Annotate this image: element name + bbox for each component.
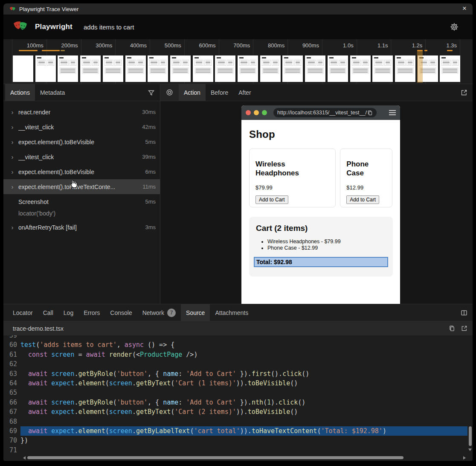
target-bullseye-icon	[166, 89, 173, 96]
film-thumbnail[interactable]	[170, 55, 191, 82]
thumb-shop-title	[217, 57, 221, 58]
tab-attachments[interactable]: Attachments	[210, 304, 253, 321]
action-duration: 5ms	[145, 139, 156, 145]
thumb-shop-title	[239, 57, 244, 58]
action-row[interactable]: ›__vitest_click39ms	[3, 149, 160, 164]
scroll-right-icon[interactable]	[463, 456, 466, 460]
horizontal-scroll-thumb[interactable]	[27, 456, 403, 459]
tab-console[interactable]: Console	[105, 304, 137, 321]
action-label: react.render	[18, 109, 50, 116]
film-thumbnail[interactable]	[328, 55, 348, 82]
scroll-down-icon[interactable]	[468, 449, 472, 451]
film-thumbnail[interactable]	[13, 55, 33, 82]
thumb-shop-title	[104, 57, 109, 58]
snapshot-browser-window: http://localhost:63315/__vitest_test__/?…	[241, 105, 400, 304]
film-thumbnail[interactable]	[125, 55, 146, 82]
code-text	[20, 446, 467, 455]
film-thumbnail[interactable]	[80, 55, 101, 82]
vertical-scrollbar[interactable]	[467, 335, 473, 455]
film-thumbnail[interactable]	[35, 55, 56, 82]
action-label: onAfterRetryTask [fail]	[18, 224, 77, 231]
line-number: 60	[3, 340, 20, 350]
tab-call[interactable]: Call	[38, 304, 58, 321]
tab-before[interactable]: Before	[206, 84, 233, 101]
film-thumbnail[interactable]	[305, 55, 325, 82]
timeline-tick-label: 800ms	[253, 42, 287, 49]
code-text	[20, 335, 467, 340]
settings-gear-icon[interactable]	[450, 22, 459, 32]
chevron-right-icon: ›	[9, 138, 15, 146]
action-duration: 11ms	[142, 183, 156, 190]
film-thumbnail[interactable]	[350, 55, 371, 82]
tab-metadata[interactable]: Metadata	[35, 84, 70, 101]
film-thumbnail[interactable]	[372, 55, 393, 82]
product-name: Wireless Headphones	[255, 160, 329, 178]
split-view-icon[interactable]	[461, 309, 467, 316]
copy-file-path-icon[interactable]	[449, 325, 455, 332]
timeline[interactable]: 100ms200ms300ms400ms500ms600ms700ms800ms…	[3, 39, 473, 84]
open-source-external-icon[interactable]	[461, 325, 467, 332]
tab-network[interactable]: Network7	[137, 304, 181, 321]
action-row[interactable]: ›expect.element().toBeVisible5ms	[3, 134, 160, 149]
scroll-left-icon[interactable]	[23, 456, 26, 460]
close-icon[interactable]: ×	[462, 3, 467, 15]
product-price: $79.99	[255, 184, 329, 191]
action-row[interactable]: ›expect.element().toHaveTextConte...11ms	[3, 179, 160, 194]
snapshot-panel: ActionBeforeAfter http://localhost:63315…	[160, 84, 473, 304]
action-row[interactable]: Screenshot5ms	[3, 194, 160, 209]
snapshot-viewport: http://localhost:63315/__vitest_test__/?…	[160, 101, 473, 304]
action-row[interactable]: ›expect.element().toBeVisible6ms	[3, 164, 160, 179]
tab-log[interactable]: Log	[58, 304, 78, 321]
source-code-view[interactable]: 5960test('adds items to cart', async () …	[3, 335, 467, 455]
tab-after[interactable]: After	[233, 84, 256, 101]
line-number: 61	[3, 350, 20, 359]
timeline-tick-label: 1.2s	[391, 42, 425, 49]
source-file-name: trace-demo.test.tsx	[13, 325, 64, 332]
action-list: ›react.render30ms›__vitest_click42ms›exp…	[3, 101, 160, 235]
thumb-shop-title	[82, 57, 86, 58]
timeline-tick-label: 200ms	[46, 42, 81, 49]
browser-menu-icon[interactable]	[389, 110, 396, 115]
film-thumbnail[interactable]	[282, 55, 303, 82]
bottom-panel: LocatorCallLogErrorsConsoleNetwork7Sourc…	[3, 304, 473, 461]
product-name: Phone Case	[346, 160, 386, 178]
film-thumbnail[interactable]	[260, 55, 281, 82]
film-thumbnail[interactable]	[440, 55, 460, 82]
copy-url-icon[interactable]	[367, 110, 373, 116]
film-thumbnail[interactable]	[395, 55, 415, 82]
add-to-cart-button[interactable]: Add to Cart	[346, 195, 379, 204]
filter-funnel-icon[interactable]	[148, 89, 155, 96]
action-row[interactable]: ›__vitest_click42ms	[3, 119, 160, 134]
action-duration-bar	[61, 50, 65, 51]
action-duration-bar	[19, 50, 38, 51]
page-url: http://localhost:63315/__vitest_test__/?…	[277, 110, 367, 116]
open-external-icon[interactable]	[461, 89, 467, 96]
cart-heading: Cart (2 items)	[254, 224, 388, 233]
action-row[interactable]: ›onAfterRetryTask [fail]3ms	[3, 220, 160, 235]
pick-locator-button[interactable]	[160, 84, 179, 101]
timeline-tick-label: 1.3s	[425, 42, 460, 49]
horizontal-scrollbar[interactable]	[3, 455, 467, 461]
chevron-right-icon: ›	[9, 183, 15, 190]
film-thumbnail[interactable]	[215, 55, 235, 82]
tab-errors[interactable]: Errors	[78, 304, 105, 321]
address-bar[interactable]: http://localhost:63315/__vitest_test__/?…	[273, 108, 377, 117]
film-thumbnail[interactable]	[193, 55, 213, 82]
thumb-shop-title	[397, 57, 401, 58]
action-row[interactable]: ›react.render30ms	[3, 105, 160, 119]
vertical-scroll-thumb[interactable]	[469, 426, 472, 446]
code-line: 68	[3, 417, 467, 426]
tab-source[interactable]: Source	[181, 304, 210, 321]
film-thumbnail[interactable]	[58, 55, 78, 82]
timeline-tick-label: 1.1s	[357, 42, 391, 49]
film-thumbnail[interactable]	[148, 55, 168, 82]
tab-action[interactable]: Action	[179, 84, 206, 101]
timeline-highlight-band	[417, 51, 423, 83]
code-line: 61 const screen = await render(<ProductP…	[3, 350, 467, 359]
app-name: Playwright	[35, 23, 73, 31]
film-thumbnail[interactable]	[238, 55, 258, 82]
tab-locator[interactable]: Locator	[8, 304, 38, 321]
add-to-cart-button[interactable]: Add to Cart	[255, 195, 288, 204]
film-thumbnail[interactable]	[103, 55, 123, 82]
tab-actions[interactable]: Actions	[5, 84, 35, 101]
